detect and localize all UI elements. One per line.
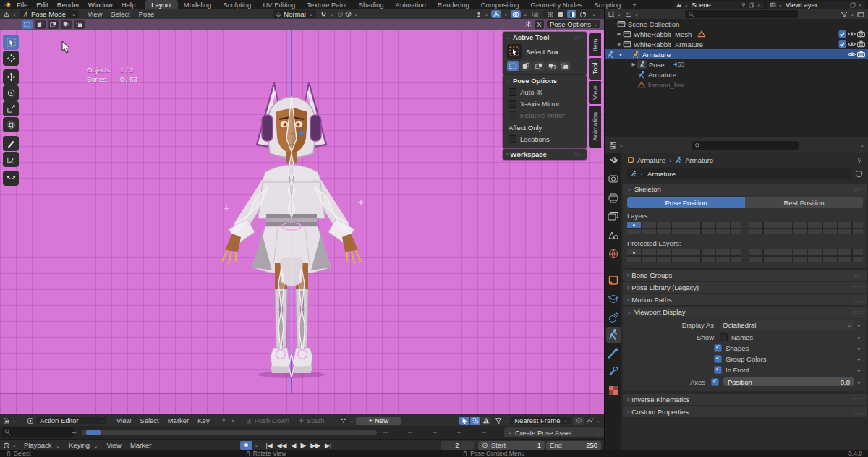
motion-paths-panel-header[interactable]: › Motion Paths:::: (623, 294, 867, 305)
mode-selector[interactable]: Pose Mode ⌄ (20, 10, 79, 18)
editor-type-outliner-icon[interactable]: ⌄ (608, 11, 621, 17)
tab-object-constraints-icon[interactable] (610, 313, 618, 323)
panel-grip-icon[interactable]: :::: (854, 309, 863, 315)
exclude-checkbox-icon[interactable] (838, 40, 847, 48)
workspace-header[interactable]: › Workspace :::: (503, 149, 587, 160)
protected-layers-grid-left[interactable] (627, 249, 741, 262)
stash-button[interactable]: Stash (298, 417, 324, 424)
frame-end-field[interactable]: End 250 (546, 441, 601, 450)
rest-position-button[interactable]: Rest Position (745, 197, 863, 208)
skeleton-panel-header[interactable]: ⌄ Skeleton :::: (623, 184, 867, 195)
snap-dropdown[interactable]: Nearest Frame ⌄ (511, 417, 571, 424)
npanel-tab-item[interactable]: Item (589, 33, 601, 56)
jump-to-end-button[interactable]: ▶| (323, 442, 333, 449)
play-reverse-button[interactable]: ◀ (290, 442, 298, 449)
tab-object-data-armature-icon[interactable] (606, 327, 621, 343)
channel-search-input[interactable] (1, 427, 74, 437)
breadcrumb-object[interactable]: Armature (637, 156, 665, 164)
editor-type-timeline-icon[interactable]: ⌄ (3, 442, 17, 449)
viewport-3d[interactable]: X Pose Options ⌄ Objects1 / 2 Bones0 / 6… (0, 19, 604, 414)
tab-output-icon[interactable] (609, 194, 618, 202)
workspace-tab-geometry-nodes[interactable]: Geometry Nodes (525, 0, 589, 9)
new-collection-icon[interactable] (857, 11, 864, 18)
only-errors-toggle-icon[interactable] (481, 417, 491, 425)
proportional-falloff-icon[interactable] (345, 11, 352, 17)
animate-dot-icon[interactable]: ● (854, 346, 863, 351)
outliner-row-whiterabbit-armature[interactable]: ▼ WhiteRabbit_Armature (605, 39, 868, 49)
tab-texture-icon[interactable] (609, 386, 618, 395)
breadcrumb-data[interactable]: Armature (685, 156, 713, 164)
workspace-tab-uv-editing[interactable]: UV Editing (257, 0, 301, 9)
inverse-kinematics-panel-header[interactable]: › Inverse Kinematics:::: (623, 394, 867, 405)
push-down-button[interactable]: Push Down (246, 417, 290, 424)
collapse-arrow-icon[interactable]: ▼ (616, 42, 623, 47)
tool-options-dropdown[interactable]: Pose Options ⌄ (547, 20, 600, 28)
tool-rotate-button[interactable] (3, 85, 19, 101)
frame-start-field[interactable]: Start 1 (478, 441, 545, 450)
custom-properties-panel-header[interactable]: › Custom Properties:::: (623, 406, 867, 417)
action-id-icon[interactable]: ⌄ (340, 417, 354, 424)
outliner-row-armature-object[interactable]: ▼ Armature (605, 49, 868, 59)
select-mode-intersect-icon[interactable] (74, 20, 85, 29)
create-pose-asset-panel-header[interactable]: ⌄ Create Pose Asset :: (504, 427, 604, 437)
action-down-icon[interactable]: ▼ (221, 418, 226, 423)
pose-options-header[interactable]: ⌄ Pose Options :::: (503, 75, 587, 86)
select-box-tool-icon[interactable] (507, 44, 522, 59)
pose-position-button[interactable]: Pose Position (627, 197, 745, 208)
select-mode-invert-icon[interactable] (61, 20, 72, 29)
workspace-tab-scripting[interactable]: Scripting (588, 0, 626, 9)
select-mode-set-icon[interactable] (22, 20, 33, 29)
animate-dot-icon[interactable]: ● (854, 323, 863, 328)
tab-bone-icon[interactable] (608, 348, 618, 359)
auto-keying-toggle[interactable] (240, 441, 252, 450)
play-button[interactable]: ▶ (299, 441, 307, 449)
dopesheet-menu-view[interactable]: View (112, 417, 135, 424)
timeline-menu-playback[interactable]: Playback ⌄ (20, 441, 64, 449)
view-layer-selector[interactable]: ⌄ ViewLayer × (767, 1, 865, 9)
expand-channels-icon[interactable]: ↔ (71, 428, 77, 435)
viewport-menu-pose[interactable]: Pose (135, 10, 159, 18)
disable-render-camera-icon[interactable] (856, 30, 866, 38)
panel-grip-icon[interactable]: :::: (854, 409, 863, 414)
select-mode-intersect-icon[interactable] (559, 61, 571, 71)
collapse-arrow-icon[interactable]: ▼ (617, 52, 624, 57)
tool-scale-button[interactable] (3, 101, 19, 116)
pose-library-panel-header[interactable]: › Pose Library (Legacy):::: (623, 282, 867, 293)
menu-render[interactable]: Render (53, 1, 84, 9)
xray-toggle-icon[interactable] (532, 11, 539, 18)
outliner-row-whiterabbit-mesh[interactable]: ▶ WhiteRabbit_Mesh (605, 29, 868, 39)
viewport-menu-view[interactable]: View (83, 10, 106, 18)
fake-user-shield-icon[interactable] (855, 170, 863, 178)
auto-ik-checkbox[interactable] (509, 88, 516, 96)
workspace-tab-sculpting[interactable]: Sculpting (217, 0, 257, 9)
exclude-checkbox-icon[interactable] (838, 30, 847, 38)
workspace-tab-shading[interactable]: Shading (353, 0, 390, 9)
filter-icon[interactable] (495, 417, 502, 424)
tool-annotate-button[interactable] (3, 136, 19, 151)
tab-world-icon[interactable] (609, 249, 617, 257)
panel-grip-icon[interactable]: :::: (574, 78, 583, 83)
panel-grip-icon[interactable]: :::: (574, 35, 583, 40)
hide-eye-icon[interactable] (847, 40, 856, 48)
select-mode-extend-icon[interactable] (35, 20, 46, 29)
dopesheet-content[interactable]: ↔ ⌄ Create Pose Asset :: (0, 426, 604, 439)
tab-bone-constraint-icon[interactable] (610, 367, 618, 375)
workspace-tab-texture-paint[interactable]: Texture Paint (301, 0, 352, 9)
dopesheet-menu-key[interactable]: Key (193, 417, 213, 424)
scene-selector[interactable]: ⌄ Scene × (673, 1, 764, 9)
show-hidden-toggle-icon[interactable] (470, 417, 480, 425)
tool-pose-breakdowner-button[interactable] (3, 171, 19, 186)
tool-move-button[interactable] (3, 69, 19, 85)
only-selected-toggle-icon[interactable] (459, 417, 469, 425)
show-gizmo-icon[interactable]: ⌄ (475, 11, 489, 18)
transform-orientation-dropdown[interactable]: Normal ⌄ (273, 10, 316, 18)
shapes-checkbox[interactable] (714, 344, 722, 352)
names-checkbox[interactable] (720, 333, 728, 341)
editor-type-3d-viewport-icon[interactable]: ⌄ (3, 11, 17, 17)
workspace-tab-rendering[interactable]: Rendering (432, 0, 475, 9)
display-as-dropdown[interactable]: Octahedral ⌄ (720, 320, 854, 330)
proportional-edit-keyframes-icon[interactable] (574, 417, 584, 425)
in-front-checkbox[interactable] (714, 366, 722, 374)
select-mode-extend-icon[interactable] (520, 61, 532, 71)
hide-eye-icon[interactable] (847, 30, 856, 38)
